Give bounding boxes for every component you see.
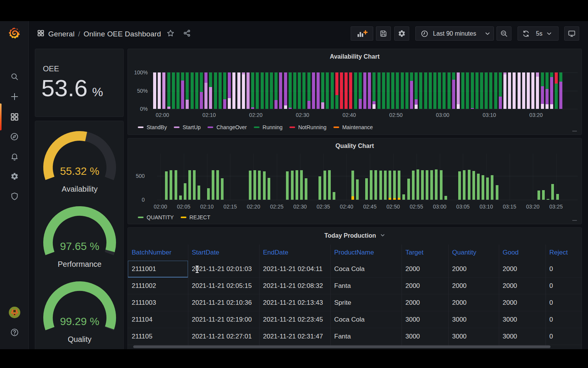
table-cell[interactable]: 2021-11-21 02:27:01 [188,328,259,345]
quality-bar-03:00[interactable] [440,170,443,200]
quality-bar-03:22[interactable] [542,190,545,200]
quality-bar-03:01[interactable] [444,196,447,200]
create-icon[interactable] [0,92,29,102]
quality-bar-02:06[interactable] [188,170,191,200]
table-cell[interactable]: 0 [546,311,582,328]
quality-bar-02:54[interactable] [412,171,415,200]
table-cell[interactable]: 3000 [448,328,499,345]
legend-item-reject[interactable]: REJECT [181,214,210,220]
cycle-view-mode-button[interactable] [564,26,579,41]
quality-bar-02:53[interactable] [407,179,410,200]
legend-item-standby[interactable]: StandBy [138,124,167,130]
table-cell[interactable]: 2000 [499,294,546,311]
table-cell[interactable]: 211105 [128,328,188,345]
quality-bar-02:23[interactable] [268,178,270,200]
quality-bar-03:06[interactable] [468,170,470,200]
quality-bar-03:09[interactable] [482,175,484,200]
table-header-ProductName[interactable]: ProductName [330,245,402,261]
quality-bar-02:42[interactable] [356,179,359,200]
quality-bar-03:24[interactable] [551,184,554,200]
star-icon[interactable] [167,29,175,39]
quality-bar-03:04[interactable] [458,171,461,200]
table-cell[interactable]: 3000 [499,311,546,328]
quality-bar-02:03[interactable] [175,170,177,200]
table-cell[interactable]: 2021-11-21 02:10:36 [188,294,259,311]
quality-bar-02:44[interactable] [365,178,368,200]
table-cell[interactable]: Fanta [330,328,402,345]
quality-chart-title[interactable]: Quality Chart [128,143,581,150]
quality-bar-02:34[interactable] [318,176,321,200]
table-cell[interactable]: 2021-11-21 02:23:45 [259,311,330,328]
quality-bar-02:49[interactable] [389,171,391,200]
add-panel-button[interactable] [351,26,373,41]
quality-bar-02:57[interactable] [426,170,428,200]
table-cell[interactable]: 2111001 [128,261,188,278]
quality-bar-02:10[interactable] [207,188,210,200]
table-cell[interactable]: 2021-11-21 02:13:43 [259,294,330,311]
table-header-Reject[interactable]: Reject [546,245,582,261]
quality-bar-02:01[interactable] [165,171,168,200]
table-cell[interactable]: 211104 [128,311,188,328]
quality-bar-02:04[interactable] [179,196,182,200]
table-cell[interactable]: 3000 [402,311,448,328]
table-cell[interactable]: 2000 [499,261,546,278]
time-range-picker[interactable]: Last 90 minutes [415,26,494,41]
legend-item-notrunning[interactable]: NotRunning [289,124,327,130]
share-icon[interactable] [183,29,191,39]
alerting-bell-icon[interactable] [0,151,29,161]
table-cell[interactable]: Coca Cola [330,311,402,328]
table-cell[interactable]: 2000 [402,294,448,311]
configuration-gear-icon[interactable] [0,171,29,181]
save-dashboard-button[interactable] [376,26,391,41]
table-cell[interactable]: 2000 [448,294,499,311]
table-cell[interactable]: 2111002 [128,278,188,294]
quality-bar-02:12[interactable] [216,170,219,200]
table-cell[interactable]: 3000 [499,328,546,345]
table-cell[interactable]: 3000 [402,328,448,345]
table-cell[interactable]: 0 [546,278,582,294]
table-cell[interactable]: 3000 [448,311,499,328]
table-cell[interactable]: 2111003 [128,294,188,311]
quality-bar-02:58[interactable] [430,170,433,200]
quality-bar-02:59[interactable] [435,169,438,200]
table-cell[interactable]: 2000 [448,261,499,278]
quality-bar-02:46[interactable] [374,170,377,200]
table-cell[interactable]: 2021-11-21 02:08:32 [259,278,330,294]
quality-bar-02:45[interactable] [370,170,372,200]
refresh-button-group[interactable]: 5s [518,26,559,41]
refresh-interval-label[interactable]: 5s [536,30,542,37]
quality-bar-02:41[interactable] [351,171,354,200]
quality-bar-02:48[interactable] [384,171,387,200]
quality-bar-02:37[interactable] [333,192,335,200]
quality-bar-02:29[interactable] [296,170,298,200]
quality-bar-03:21[interactable] [537,191,540,200]
quality-bar-02:22[interactable] [263,171,266,200]
legend-item-maintenance[interactable]: Maintenance [333,124,373,130]
quality-bar-02:55[interactable] [416,169,419,200]
legend-item-changeover[interactable]: ChangeOver [207,124,247,130]
server-admin-shield-icon[interactable] [0,191,29,201]
table-header-Target[interactable]: Target [402,245,448,261]
table-cell[interactable]: 0 [546,328,582,345]
search-icon[interactable] [0,72,29,82]
quality-bar-02:36[interactable] [328,170,331,200]
quality-bar-02:30[interactable] [300,170,303,200]
table-cell[interactable]: 2000 [499,278,546,294]
quality-bar-02:02[interactable] [170,170,172,200]
quality-bar-02:47[interactable] [379,171,382,200]
quality-bar-02:35[interactable] [323,171,326,200]
quality-bar-02:31[interactable] [305,178,307,200]
availability-chart-title[interactable]: Availability Chart [128,53,581,60]
table-header-StartDate[interactable]: StartDate [188,245,259,261]
table-cell[interactable]: Fanta [330,278,402,294]
dashboards-icon[interactable] [0,112,29,122]
table-cell[interactable]: 2021-11-21 02:04:11 [259,261,330,278]
quality-bar-02:27[interactable] [286,171,289,200]
quality-bar-03:25[interactable] [556,194,559,200]
help-icon[interactable] [0,327,29,337]
quality-bar-03:10[interactable] [486,177,489,200]
quality-bar-02:28[interactable] [291,171,294,200]
table-cell[interactable]: Coca Cola [330,261,402,278]
quality-bar-02:50[interactable] [393,171,396,200]
quality-bar-02:07[interactable] [193,170,196,200]
